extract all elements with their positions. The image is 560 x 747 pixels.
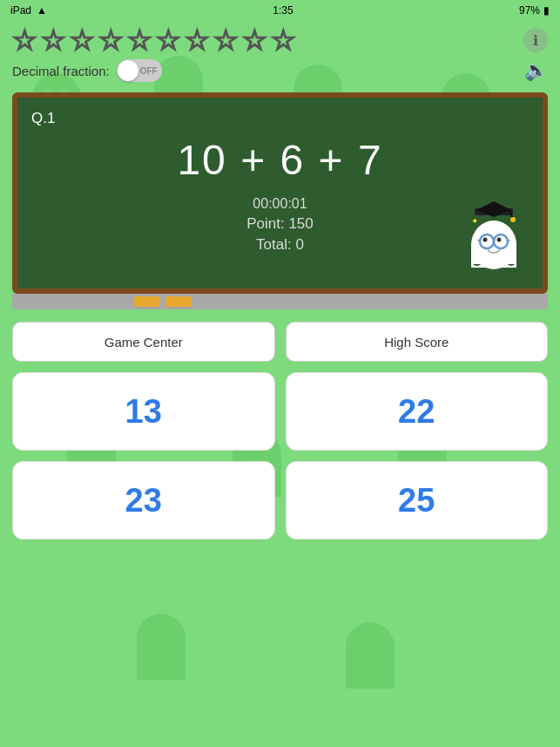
high-score-button[interactable]: High Score bbox=[286, 322, 549, 362]
star-1[interactable]: ☆ bbox=[12, 26, 37, 54]
eraser-1 bbox=[134, 296, 160, 307]
star-4[interactable]: ☆ bbox=[98, 26, 124, 54]
status-right: 97% ▮ bbox=[519, 4, 550, 17]
answer-grid: 13 22 23 25 bbox=[12, 372, 548, 540]
eraser-2 bbox=[165, 296, 192, 307]
svg-rect-35 bbox=[471, 243, 516, 264]
battery-icon: ▮ bbox=[543, 4, 550, 17]
equation-display: 10 + 6 + 7 bbox=[31, 136, 529, 184]
info-button[interactable]: ℹ bbox=[523, 28, 548, 52]
answer-value-2: 23 bbox=[125, 482, 162, 520]
point-display: Point: 150 bbox=[31, 215, 529, 233]
chalkboard: Q.1 10 + 6 + 7 00:00:01 Point: 150 Total… bbox=[12, 92, 548, 294]
answer-btn-0[interactable]: 13 bbox=[12, 372, 275, 451]
svg-marker-28 bbox=[346, 669, 395, 689]
star-8[interactable]: ☆ bbox=[213, 26, 239, 54]
wifi-icon: ▲ bbox=[37, 4, 47, 17]
action-buttons-row: Game Center High Score bbox=[12, 322, 548, 362]
star-5[interactable]: ☆ bbox=[127, 26, 152, 54]
status-time: 1:35 bbox=[273, 4, 293, 17]
star-2[interactable]: ☆ bbox=[41, 26, 66, 54]
star-9[interactable]: ☆ bbox=[242, 26, 267, 54]
decimal-fraction-label: Decimal fraction: bbox=[12, 64, 110, 78]
toggle-thumb bbox=[118, 60, 138, 81]
status-bar: iPad ▲ 1:35 97% ▮ bbox=[0, 0, 560, 21]
total-display: Total: 0 bbox=[31, 236, 529, 254]
game-center-button[interactable]: Game Center bbox=[12, 322, 275, 362]
star-7[interactable]: ☆ bbox=[185, 26, 210, 54]
answer-value-1: 22 bbox=[398, 393, 435, 431]
star-10[interactable]: ☆ bbox=[271, 26, 296, 54]
answer-btn-2[interactable]: 23 bbox=[12, 461, 275, 540]
decimal-toggle[interactable]: OFF bbox=[117, 59, 162, 82]
chalkboard-container: Q.1 10 + 6 + 7 00:00:01 Point: 150 Total… bbox=[12, 92, 548, 309]
svg-point-41 bbox=[483, 238, 488, 242]
carrier-label: iPad bbox=[10, 4, 31, 17]
main-content: ☆ ☆ ☆ ☆ ☆ ☆ ☆ ☆ ☆ ☆ ℹ Decimal fraction: … bbox=[0, 21, 560, 540]
svg-text:✦: ✦ bbox=[471, 216, 478, 226]
star-6[interactable]: ☆ bbox=[156, 26, 181, 54]
battery-label: 97% bbox=[519, 4, 540, 17]
svg-marker-25 bbox=[137, 661, 186, 680]
question-label: Q.1 bbox=[31, 110, 529, 127]
bg-ghost bbox=[331, 619, 409, 697]
answer-btn-1[interactable]: 22 bbox=[286, 372, 549, 451]
star-3[interactable]: ☆ bbox=[70, 26, 95, 54]
svg-point-32 bbox=[510, 217, 516, 222]
bg-ghost bbox=[122, 610, 200, 689]
timer-display: 00:00:01 bbox=[31, 196, 529, 212]
status-left: iPad ▲ bbox=[10, 4, 47, 17]
answer-btn-3[interactable]: 25 bbox=[286, 461, 549, 540]
mascot: ✦ bbox=[459, 201, 529, 271]
stars-group: ☆ ☆ ☆ ☆ ☆ ☆ ☆ ☆ ☆ ☆ bbox=[12, 26, 296, 54]
svg-point-42 bbox=[497, 238, 502, 242]
svg-line-40 bbox=[508, 240, 509, 241]
answer-value-0: 13 bbox=[125, 393, 162, 431]
toggle-state-label: OFF bbox=[140, 66, 158, 76]
volume-icon: 🔈 bbox=[524, 59, 548, 81]
stars-row: ☆ ☆ ☆ ☆ ☆ ☆ ☆ ☆ ☆ ☆ ℹ bbox=[12, 21, 548, 58]
svg-line-39 bbox=[478, 240, 480, 241]
answer-value-3: 25 bbox=[398, 482, 435, 520]
chalkboard-ledge bbox=[12, 294, 548, 309]
decimal-row: Decimal fraction: OFF 🔈 bbox=[12, 58, 548, 89]
volume-button[interactable]: 🔈 bbox=[524, 59, 548, 82]
